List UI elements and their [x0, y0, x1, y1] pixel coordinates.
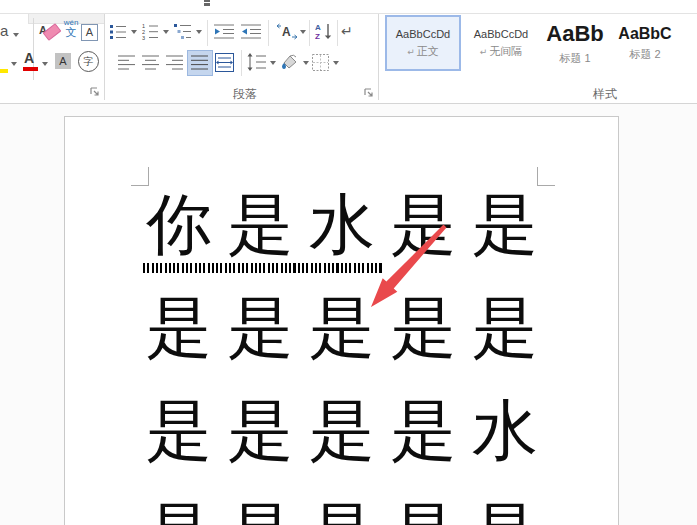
font-color-button[interactable]: A: [24, 50, 34, 66]
style-preview: AaBbCcDd: [474, 28, 528, 40]
doc-line[interactable]: 是是是是水: [146, 392, 538, 470]
style-name: ↵无间隔: [480, 44, 523, 59]
group-divider: [104, 14, 105, 100]
doc-char: 是: [228, 495, 294, 525]
decrease-indent-icon[interactable]: [214, 24, 234, 39]
doc-char: 是: [309, 392, 375, 470]
enclose-characters-button[interactable]: 字: [78, 51, 99, 72]
ribbon-home-tab: a A wén 文 A A A 字 1 2 3: [0, 0, 697, 104]
doc-text: 你是水是是是是是是是是是是是水是是是是是: [0, 104, 697, 525]
style-card[interactable]: AaBb标题 1: [541, 15, 609, 71]
doc-char: 是: [146, 392, 212, 470]
doc-char: 是: [228, 186, 294, 264]
paragraph-dialog-launcher-icon[interactable]: [364, 88, 374, 98]
doc-char: 是: [391, 495, 457, 525]
chevron-down-icon[interactable]: [270, 61, 276, 65]
align-center-icon[interactable]: [142, 55, 159, 70]
change-case-button[interactable]: a: [0, 22, 8, 39]
cutoff-dropdown-icon: [203, 0, 211, 6]
word-window: a A wén 文 A A A 字 1 2 3: [0, 0, 697, 525]
character-shading-button[interactable]: A: [55, 53, 71, 69]
shading-bucket-icon[interactable]: [280, 53, 300, 71]
doc-char: 是: [228, 289, 294, 367]
doc-char: 是: [146, 289, 212, 367]
styles-group-label: 样式: [540, 86, 670, 103]
style-preview: AaBbCcDd: [396, 28, 450, 40]
phonetic-hanzi-label: 文: [61, 27, 81, 38]
numbering-icon[interactable]: 1 2 3: [142, 23, 159, 40]
font-dialog-launcher-icon[interactable]: [90, 87, 100, 97]
doc-char: 是: [391, 289, 457, 367]
doc-line[interactable]: 你是水是是: [146, 186, 538, 264]
doc-line[interactable]: 是是是是是: [146, 289, 538, 367]
align-right-icon[interactable]: [166, 55, 183, 70]
chevron-down-icon[interactable]: [11, 62, 17, 66]
bullets-icon[interactable]: [110, 24, 127, 40]
style-card[interactable]: A: [681, 15, 697, 71]
chevron-down-icon[interactable]: [303, 61, 309, 65]
svg-text:Z: Z: [315, 32, 320, 40]
style-preview: AaBbC: [618, 25, 671, 43]
highlight-color-icon[interactable]: [0, 69, 8, 73]
paragraph-group-label: 段落: [180, 86, 310, 103]
doc-char: 你: [146, 186, 212, 264]
svg-text:A: A: [315, 23, 321, 32]
style-card[interactable]: AaBbCcDd↵无间隔: [463, 15, 539, 71]
font-color-red-bar: [23, 67, 38, 71]
chevron-down-icon[interactable]: [333, 61, 339, 65]
distribute-icon[interactable]: [215, 53, 234, 72]
chevron-down-icon[interactable]: [13, 33, 19, 37]
style-preview: AaBb: [546, 21, 603, 47]
style-card[interactable]: AaBbC标题 2: [611, 15, 679, 71]
doc-char: 是: [472, 495, 538, 525]
style-name: 标题 1: [559, 51, 590, 66]
styles-gallery: AaBbCcDd↵正文AaBbCcDd↵无间隔AaBb标题 1AaBbC标题 2…: [385, 15, 697, 75]
doc-char: 是: [391, 392, 457, 470]
align-left-icon[interactable]: [118, 55, 135, 70]
divider: [268, 20, 269, 46]
divider: [241, 50, 242, 76]
doc-char: 是: [146, 495, 212, 525]
striped-underline: [143, 263, 383, 273]
chevron-down-icon[interactable]: [196, 30, 202, 34]
group-divider: [378, 14, 379, 100]
borders-icon[interactable]: [312, 54, 329, 71]
doc-char: 是: [309, 495, 375, 525]
divider: [337, 20, 338, 46]
chevron-down-icon[interactable]: [300, 30, 306, 34]
character-border-button[interactable]: A: [81, 24, 98, 41]
chevron-down-icon[interactable]: [163, 30, 169, 34]
chevron-down-icon[interactable]: [131, 30, 137, 34]
asian-layout-icon[interactable]: A: [276, 22, 298, 40]
phonetic-guide-button[interactable]: wén 文: [61, 19, 81, 38]
style-name: ↵正文: [407, 44, 439, 59]
doc-char: 是: [472, 289, 538, 367]
style-name: 标题 2: [629, 47, 660, 62]
doc-char: 水: [309, 186, 375, 264]
line-spacing-icon[interactable]: [247, 53, 266, 71]
doc-char: 水: [472, 392, 538, 470]
multilevel-list-icon[interactable]: [174, 23, 192, 40]
increase-indent-icon[interactable]: [241, 24, 261, 39]
style-card[interactable]: AaBbCcDd↵正文: [385, 15, 461, 71]
divider: [207, 20, 208, 46]
svg-text:3: 3: [142, 35, 145, 40]
svg-text:A: A: [282, 25, 291, 39]
sort-icon[interactable]: A Z: [315, 22, 333, 40]
divider: [309, 20, 310, 46]
doc-char: 是: [228, 392, 294, 470]
doc-char: 是: [391, 186, 457, 264]
doc-char: 是: [309, 289, 375, 367]
doc-char: 是: [472, 186, 538, 264]
justify-icon[interactable]: [191, 55, 208, 70]
chevron-down-icon[interactable]: [42, 62, 48, 66]
doc-line[interactable]: 是是是是是: [146, 495, 538, 525]
document-canvas: 你是水是是是是是是是是是是是水是是是是是: [0, 104, 697, 525]
show-marks-icon[interactable]: ↵: [341, 23, 353, 39]
